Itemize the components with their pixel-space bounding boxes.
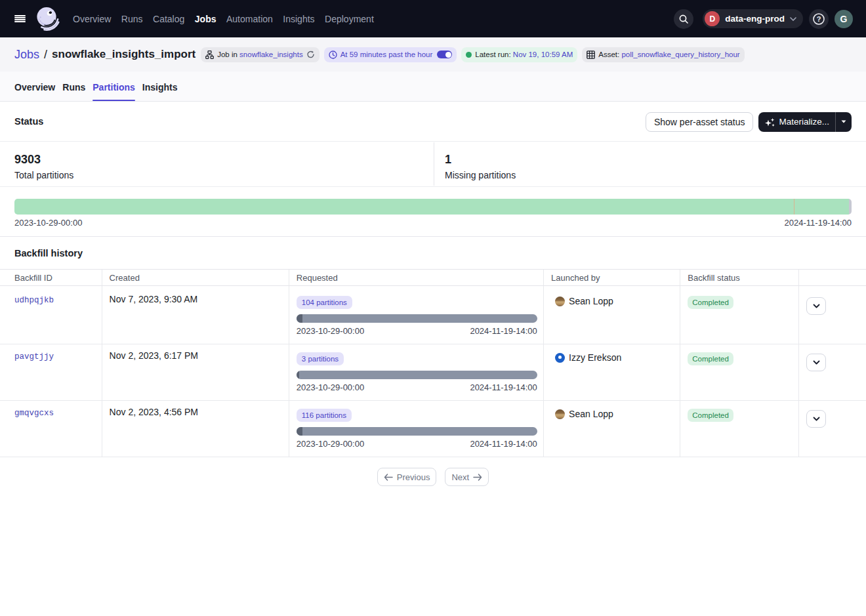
svg-text:?: ?	[817, 15, 821, 23]
